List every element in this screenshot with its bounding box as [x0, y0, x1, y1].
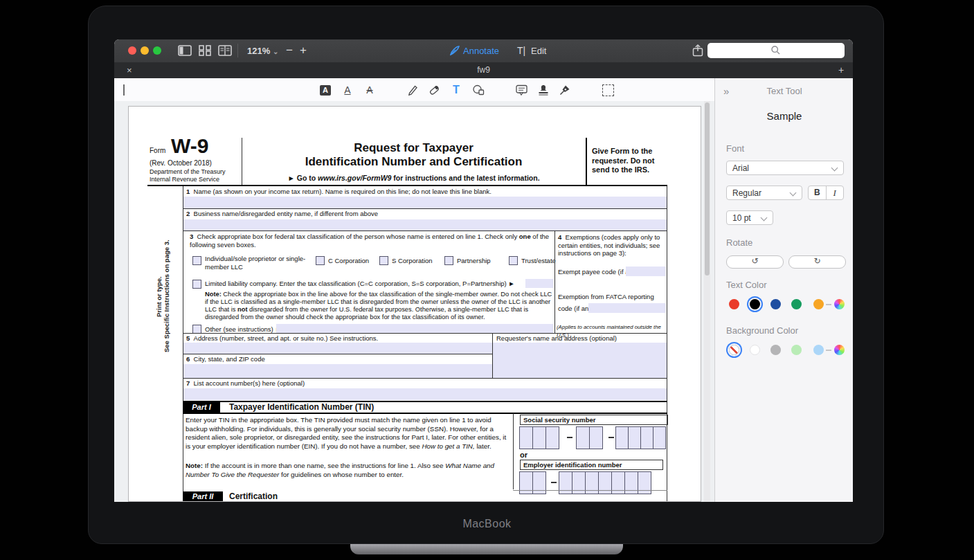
stamp-icon[interactable]	[536, 82, 551, 98]
background-color-gray[interactable]	[770, 345, 781, 355]
annotate-pen-icon	[449, 45, 460, 59]
new-tab-button[interactable]: +	[838, 64, 844, 75]
form-line1-input[interactable]	[183, 197, 667, 208]
zoom-out-button[interactable]: −	[286, 44, 293, 57]
checkbox-partnership[interactable]	[444, 256, 453, 265]
background-color-light-green[interactable]	[791, 345, 802, 355]
rotate-ccw-icon: ↺	[751, 256, 758, 266]
zoom-window-button[interactable]	[153, 46, 161, 55]
text-color-section-label: Text Color	[726, 280, 767, 290]
form-requester-label: Requester's name and address (optional)	[496, 334, 665, 343]
pdf-page[interactable]: Form W-9 (Rev. October 2018) Department …	[128, 106, 701, 502]
checkbox-c-corporation-label: C Corporation	[328, 257, 369, 265]
form-margin-instructions: Print or type. See Specific Instructions…	[155, 229, 170, 364]
document-scrollbar[interactable]	[704, 101, 710, 502]
tab-edit[interactable]: Edit	[531, 46, 546, 56]
part1-title: Taxpayer Identification Number (TIN)	[229, 404, 374, 412]
text-color-orange[interactable]	[813, 299, 824, 309]
form-other-input[interactable]	[276, 324, 553, 333]
macbook-lid-notch	[350, 544, 623, 554]
comment-icon[interactable]	[514, 82, 529, 98]
font-family-select[interactable]: Arial	[726, 161, 844, 175]
tab-annotate[interactable]: Annotate	[463, 46, 499, 56]
scrollbar-thumb[interactable]	[705, 102, 710, 276]
form-line7-input[interactable]	[183, 388, 667, 400]
chevron-down-icon	[831, 165, 838, 172]
text-color-blue[interactable]	[770, 299, 781, 309]
form-requester-input[interactable]	[493, 343, 667, 378]
form-title-1: Request for Taxpayer	[242, 141, 586, 154]
form-fatca-label-1: Exemption from FATCA reporting	[558, 293, 654, 301]
text-tool-panel: » Text Tool Sample Font Arial Regular B …	[714, 78, 853, 502]
zoom-level-dropdown[interactable]: 121% ⌄	[247, 46, 278, 56]
ssn-boxes-group3[interactable]	[616, 426, 666, 449]
checkbox-c-corporation[interactable]	[316, 256, 325, 265]
two-page-view-icon[interactable]	[218, 44, 232, 57]
background-color-section-label: Background Color	[726, 325, 798, 336]
select-region-icon[interactable]	[600, 82, 615, 98]
minimize-window-button[interactable]	[141, 46, 149, 55]
form-dept2: Internal Revenue Service	[150, 176, 219, 184]
checkbox-llc[interactable]	[192, 280, 201, 289]
italic-button[interactable]: I	[827, 186, 844, 199]
marker-icon[interactable]	[426, 82, 442, 98]
form-llc-classification-input[interactable]	[525, 279, 553, 288]
checkbox-s-corporation-label: S Corporation	[392, 257, 433, 265]
text-color-green[interactable]	[791, 299, 802, 309]
part2-badge: Part II	[183, 491, 223, 502]
ssn-label-box: Social security number	[520, 415, 668, 425]
checkbox-s-corporation[interactable]	[379, 256, 388, 265]
background-color-white[interactable]	[750, 345, 760, 355]
text-tool-icon[interactable]: T	[449, 82, 464, 98]
ssn-boxes-group2[interactable]	[577, 426, 603, 449]
font-size-select[interactable]: 10 pt	[726, 210, 773, 225]
background-color-none-selected[interactable]	[729, 345, 739, 355]
checkbox-trust-estate-label: Trust/estate	[521, 257, 556, 265]
search-input[interactable]	[707, 43, 845, 58]
panel-resize-handle[interactable]	[123, 84, 125, 96]
macbook-logo: MacBook	[0, 518, 974, 530]
ein-boxes-group2[interactable]	[559, 471, 651, 494]
signature-pen-icon[interactable]	[557, 82, 572, 98]
checkbox-individual-label: Individual/sole proprietor or single-mem…	[205, 255, 310, 271]
search-icon	[770, 45, 781, 58]
tab-bar: × fw9 +	[114, 62, 853, 79]
rotate-cw-button[interactable]: ↻	[788, 255, 846, 269]
text-sample-preview: Sample	[715, 110, 853, 122]
form-line5-input[interactable]	[183, 343, 492, 354]
font-style-select[interactable]: Regular	[726, 186, 802, 200]
thumbnails-view-icon[interactable]	[198, 44, 212, 57]
text-color-wheel[interactable]	[834, 299, 845, 309]
sidebar-view-icon[interactable]	[178, 44, 192, 57]
form-fatca-input[interactable]	[588, 303, 666, 313]
pdf-app-window: 121% ⌄ − + Annotate T| Edit × fw9 + A A …	[114, 39, 853, 502]
document-tab[interactable]: fw9	[114, 65, 853, 75]
rotate-ccw-button[interactable]: ↺	[726, 255, 784, 269]
strikethrough-text-icon[interactable]: A	[362, 82, 377, 98]
form-line2-input[interactable]	[183, 219, 667, 231]
or-label: or	[520, 451, 527, 460]
bold-button[interactable]: B	[809, 186, 827, 199]
form-exempt-payee-input[interactable]	[626, 267, 666, 276]
ein-boxes-group1[interactable]	[520, 471, 546, 494]
form-dept1: Department of the Treasury	[150, 168, 226, 177]
share-icon[interactable]	[692, 44, 704, 60]
checkbox-individual[interactable]	[192, 256, 201, 265]
checkbox-other-label: Other (see instructions) ►	[205, 325, 282, 334]
underline-text-icon[interactable]: A	[340, 82, 355, 98]
close-window-button[interactable]	[128, 46, 136, 55]
zoom-in-button[interactable]: +	[300, 44, 307, 57]
ssn-boxes-group1[interactable]	[520, 426, 559, 449]
form-line6-label: 6 City, state, and ZIP code	[186, 355, 265, 363]
background-color-light-blue[interactable]	[813, 345, 824, 355]
form-line6-input[interactable]	[183, 364, 492, 378]
panel-title: Text Tool	[715, 86, 853, 96]
text-color-red[interactable]	[729, 299, 739, 309]
pencil-icon[interactable]	[405, 82, 420, 98]
highlight-text-icon[interactable]: A	[318, 82, 333, 98]
checkbox-trust-estate[interactable]	[509, 256, 518, 265]
text-color-black-selected[interactable]	[750, 299, 760, 309]
shapes-icon[interactable]	[471, 82, 486, 98]
part1-body: Enter your TIN in the appropriate box. T…	[186, 416, 508, 451]
background-color-wheel[interactable]	[834, 345, 845, 355]
